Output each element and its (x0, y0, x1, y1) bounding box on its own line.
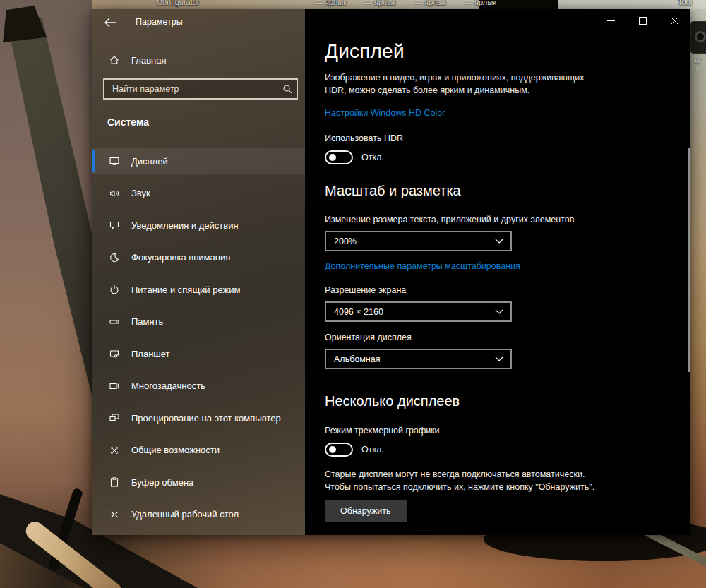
window-caption-controls (595, 9, 690, 32)
sidebar-item-label: Питание и спящий режим (131, 284, 240, 295)
desktop-shortcut-label[interactable]: Configurator (157, 0, 200, 6)
tablet-icon (109, 348, 120, 359)
display-icon (109, 155, 120, 167)
sidebar-item-label: Буфер обмена (131, 477, 193, 488)
sidebar-item-home[interactable]: Главная (92, 50, 305, 70)
hd-color-settings-link[interactable]: Настройки Windows HD Color (325, 108, 445, 118)
sidebar-item-display[interactable]: Дисплей (92, 148, 305, 174)
sidebar-item-label: Проецирование на этот компьютер (131, 413, 281, 424)
resolution-dropdown[interactable]: 4096 × 2160 (325, 301, 512, 322)
chevron-down-icon (495, 239, 503, 244)
sidebar-item-label: Фокусировка внимания (131, 252, 230, 263)
desktop-shortcut-label[interactable]: Tool (678, 0, 692, 6)
sidebar-item-label: Удаленный рабочий стол (131, 509, 239, 520)
settings-sidebar: Параметры Главная Система (92, 9, 305, 535)
sidebar-item-label: Общие возможности (131, 445, 220, 455)
sidebar-item-label: Многозадачность (131, 380, 205, 391)
settings-search-box[interactable] (103, 78, 298, 100)
detect-button[interactable]: Обнаружить (325, 500, 407, 522)
sidebar-item-label: Главная (131, 55, 166, 66)
graphics-toggle-state: Откл. (361, 445, 384, 455)
sidebar-item-power-sleep[interactable]: Питание и спящий режим (92, 277, 305, 302)
sidebar-item-multitasking[interactable]: Многозадачность (92, 373, 305, 399)
sidebar-item-label: Уведомления и действия (131, 220, 239, 231)
minimize-button[interactable] (595, 9, 627, 32)
orientation-dropdown[interactable]: Альбомная (325, 349, 512, 369)
detect-help-text: Старые дисплеи могут не всегда подключат… (325, 468, 690, 493)
advanced-scaling-link[interactable]: Дополнительные параметры масштабирования (325, 261, 520, 271)
toggle-knob (329, 446, 336, 453)
scale-dropdown[interactable]: 200% (325, 231, 512, 251)
search-icon[interactable] (278, 84, 297, 94)
sidebar-item-focus-assist[interactable]: Фокусировка внимания (92, 245, 305, 270)
home-icon (109, 54, 120, 66)
sidebar-item-clipboard[interactable]: Буфер обмена (92, 469, 305, 495)
sidebar-item-tablet[interactable]: Планшет (92, 341, 305, 366)
chevron-down-icon (495, 356, 503, 361)
sidebar-item-remote-desktop[interactable]: Удаленный рабочий стол (92, 502, 305, 527)
sidebar-item-label: Планшет (131, 349, 170, 359)
close-icon (671, 17, 678, 25)
settings-content-pane: Дисплей Изображение в видео, играх и при… (305, 9, 690, 535)
maximize-button[interactable] (627, 9, 659, 32)
power-icon (109, 284, 120, 295)
graphics-mode-label: Режим трехмерной графики (325, 426, 690, 436)
desktop-shortcut-label[interactable]: — ярлык (465, 0, 496, 6)
back-button[interactable] (100, 15, 120, 30)
desktop-shortcut-label[interactable]: — ярлык (364, 0, 396, 6)
hdr-description: Изображение в видео, играх и приложениях… (325, 71, 690, 97)
sidebar-item-shared-experiences[interactable]: Общие возможности (92, 438, 305, 463)
sidebar-section-title: Система (107, 116, 149, 128)
storage-icon (109, 316, 120, 328)
window-title: Параметры (136, 17, 183, 27)
scale-section-title: Масштаб и разметка (325, 183, 690, 199)
minimize-icon (607, 17, 615, 25)
multi-display-section-title: Несколько дисплеев (325, 393, 690, 409)
vertical-scrollbar-thumb[interactable] (688, 148, 690, 372)
close-button[interactable] (659, 9, 690, 32)
use-hdr-label: Использовать HDR (325, 133, 690, 143)
chevron-down-icon (495, 309, 503, 314)
desktop-shortcut-label[interactable]: — ярлык (315, 0, 347, 6)
hdr-toggle[interactable] (325, 150, 353, 164)
sidebar-item-label: Звук (131, 188, 150, 198)
page-title: Дисплей (325, 40, 690, 63)
resolution-dropdown-value: 4096 × 2160 (334, 307, 383, 317)
desktop: { "desktop": { "icon_labels_top": ["Conf… (0, 0, 706, 588)
focus-assist-icon (109, 252, 120, 263)
resolution-label: Разрешение экрана (325, 285, 690, 295)
sidebar-item-notifications[interactable]: Уведомления и действия (92, 212, 305, 238)
desktop-shortcut-label[interactable]: r (696, 66, 698, 74)
project-icon (109, 412, 120, 424)
desktop-shortcut-label[interactable]: er (695, 56, 701, 64)
orientation-label: Ориентация дисплея (325, 332, 690, 342)
toggle-knob (329, 154, 336, 161)
desktop-shortcut-icon[interactable] (690, 21, 706, 54)
scale-label: Изменение размера текста, приложений и д… (325, 215, 690, 224)
camera-lens-icon (695, 31, 706, 42)
remote-desktop-icon (109, 509, 120, 520)
sidebar-item-label: Дисплей (131, 156, 168, 167)
desktop-shortcut-label[interactable]: — ярлык (414, 0, 446, 6)
search-input[interactable] (104, 84, 278, 94)
multitasking-icon (109, 380, 120, 392)
shared-experiences-icon (109, 445, 120, 456)
sound-icon (109, 188, 120, 199)
hdr-toggle-state: Откл. (361, 152, 384, 162)
sidebar-item-label: Память (131, 316, 163, 327)
scale-dropdown-value: 200% (334, 236, 357, 246)
clipboard-icon (109, 476, 120, 488)
hdr-toggle-row: Откл. (325, 150, 690, 164)
sidebar-item-projecting[interactable]: Проецирование на этот компьютер (92, 405, 305, 431)
sidebar-item-storage[interactable]: Память (92, 309, 305, 335)
maximize-icon (639, 17, 647, 25)
orientation-dropdown-value: Альбомная (334, 354, 380, 364)
sidebar-nav-list: Дисплей Звук Уведомления и действия (92, 148, 305, 534)
notifications-icon (109, 220, 120, 231)
sidebar-item-sound[interactable]: Звук (92, 181, 305, 206)
back-arrow-icon (104, 18, 116, 28)
graphics-toggle-row: Откл. (325, 443, 690, 457)
graphics-mode-toggle[interactable] (325, 443, 353, 457)
settings-window: Параметры Главная Система (92, 9, 690, 535)
